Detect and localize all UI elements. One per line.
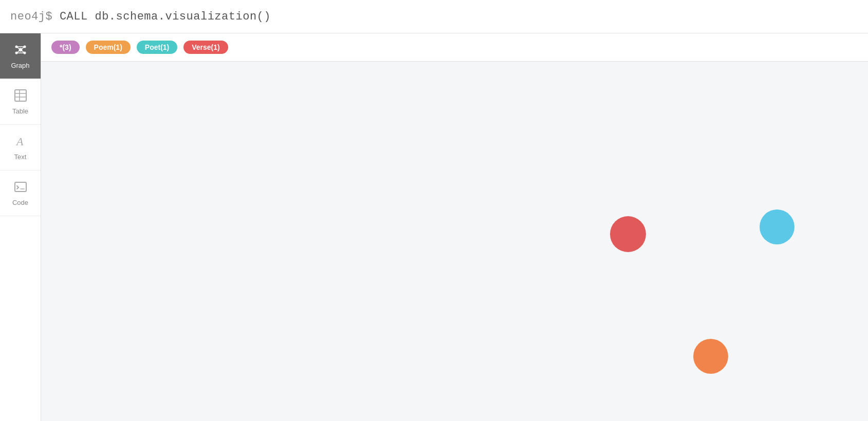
- prompt-name: neo4j$: [10, 10, 52, 23]
- table-icon: [13, 88, 28, 104]
- svg-rect-11: [15, 90, 26, 101]
- svg-line-18: [17, 187, 19, 189]
- poet-badge[interactable]: Poet(1): [137, 41, 177, 54]
- all-nodes-badge[interactable]: *(3): [51, 41, 80, 54]
- main-area: Graph Table A Text: [0, 33, 868, 421]
- query-command: CALL db.schema.visualization(): [52, 10, 271, 23]
- code-tab-label: Code: [12, 199, 28, 206]
- tag-bar: *(3) Poem(1) Poet(1) Verse(1): [41, 33, 868, 62]
- graph-tab[interactable]: Graph: [0, 33, 41, 79]
- code-tab[interactable]: Code: [0, 170, 41, 216]
- text-icon: A: [13, 134, 28, 150]
- query-text: neo4j$ CALL db.schema.visualization(): [10, 10, 271, 23]
- svg-text:A: A: [15, 135, 24, 148]
- content-panel: *(3) Poem(1) Poet(1) Verse(1): [41, 33, 868, 421]
- text-tab-label: Text: [14, 153, 27, 161]
- table-tab[interactable]: Table: [0, 79, 41, 125]
- sidebar: Graph Table A Text: [0, 33, 41, 421]
- verse-badge[interactable]: Verse(1): [183, 41, 228, 54]
- text-tab[interactable]: A Text: [0, 125, 41, 170]
- graph-tab-label: Graph: [11, 62, 29, 69]
- poem-badge[interactable]: Poem(1): [86, 41, 131, 54]
- code-icon: [13, 180, 28, 196]
- table-tab-label: Table: [12, 107, 28, 115]
- verse-graph-node[interactable]: [760, 209, 795, 244]
- query-bar: neo4j$ CALL db.schema.visualization(): [0, 0, 868, 33]
- graph-canvas[interactable]: [41, 62, 868, 421]
- graph-icon: [13, 43, 28, 59]
- poem-graph-node[interactable]: [693, 339, 728, 374]
- svg-rect-16: [15, 182, 26, 192]
- poet-graph-node[interactable]: [610, 216, 646, 252]
